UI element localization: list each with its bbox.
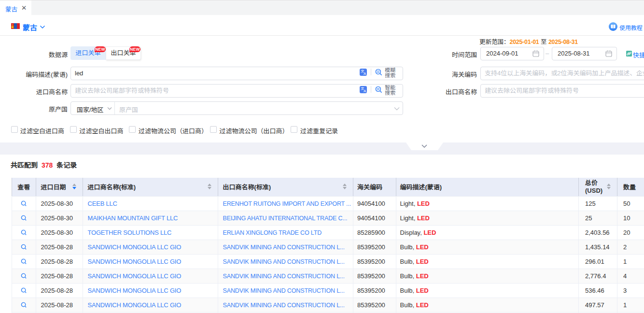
svg-text:A: A bbox=[364, 89, 366, 93]
svg-text:A: A bbox=[364, 71, 366, 76]
